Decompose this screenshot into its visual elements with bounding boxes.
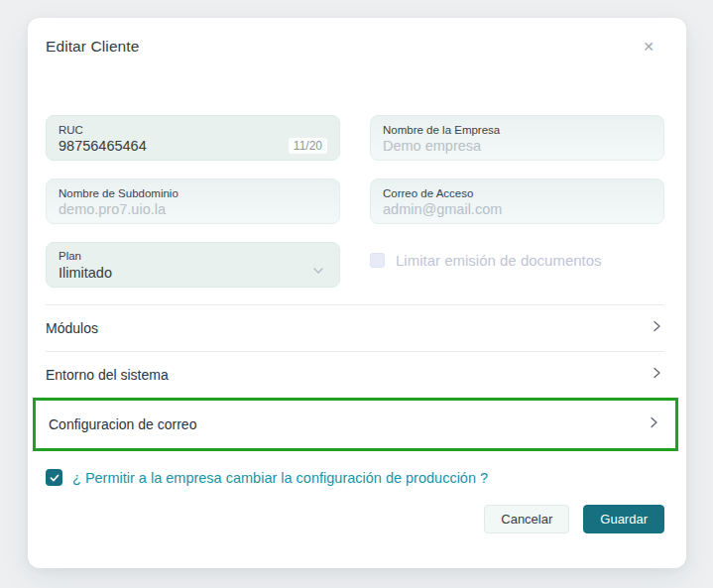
button-row: Cancelar Guardar [46,505,664,533]
subdomain-label: Nombre de Subdominio [59,187,327,199]
highlight-box: Configuracion de correo [33,398,678,451]
save-button[interactable]: Guardar [583,505,664,533]
permit-checkbox[interactable] [46,469,62,486]
section-configuracion-correo-label: Configuracion de correo [49,416,196,432]
plan-select[interactable]: Plan Ilimitado [46,242,340,288]
company-name-field: Nombre de la Empresa [370,115,664,161]
section-entorno-label: Entorno del sistema [46,367,169,383]
section-configuracion-correo[interactable]: Configuracion de correo [49,401,661,448]
limit-docs-checkbox-row: Limitar emisión de documentos [370,252,664,269]
company-name-input[interactable] [383,138,652,154]
checkmark-icon [49,472,60,484]
limit-docs-label: Limitar emisión de documentos [396,252,602,269]
plan-selected-value: Ilimitado [59,265,311,281]
accordion-sections: Módulos Entorno del sistema Configuracio… [46,304,664,451]
close-icon[interactable]: ✕ [643,40,654,54]
subdomain-input[interactable] [59,201,327,217]
modal-content: RUC 11/20 Nombre de la Empresa Nombre de… [28,115,686,533]
ruc-field: RUC 11/20 [46,115,340,161]
edit-client-modal: Editar Cliente ✕ RUC 11/20 Nombre de la … [28,18,686,568]
subdomain-field: Nombre de Subdominio [46,178,340,224]
chevron-right-icon [649,318,664,338]
section-modulos[interactable]: Módulos [46,304,664,351]
chevron-down-icon [311,264,325,282]
access-email-input[interactable] [383,201,652,217]
form-grid: RUC 11/20 Nombre de la Empresa Nombre de… [46,115,664,288]
permit-checkbox-row: ¿ Permitir a la empresa cambiar la confi… [46,469,664,486]
access-email-label: Correo de Acceso [383,187,652,199]
char-counter: 11/20 [289,138,327,154]
limit-docs-checkbox[interactable] [370,253,385,268]
ruc-label: RUC [59,124,327,136]
chevron-right-icon [649,365,664,385]
cancel-button[interactable]: Cancelar [484,505,569,533]
modal-header: Editar Cliente ✕ [28,18,686,56]
company-name-label: Nombre de la Empresa [383,124,652,136]
access-email-field: Correo de Acceso [370,178,664,224]
section-entorno[interactable]: Entorno del sistema [46,351,664,398]
plan-label: Plan [59,250,327,262]
chevron-right-icon [646,414,661,434]
ruc-input[interactable] [59,138,281,154]
modal-title: Editar Cliente [46,38,139,56]
section-modulos-label: Módulos [46,320,98,336]
permit-label: ¿ Permitir a la empresa cambiar la confi… [72,470,488,486]
